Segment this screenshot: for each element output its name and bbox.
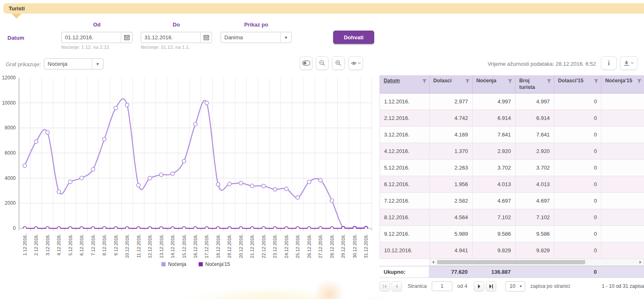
column-header-label: Dolasci'15 — [558, 78, 583, 84]
date-to-field[interactable] — [141, 32, 212, 43]
calendar-icon[interactable] — [121, 32, 132, 43]
svg-text:1.12.2016.: 1.12.2016. — [22, 234, 27, 256]
table-cell — [601, 226, 644, 242]
contrast-toggle-icon — [302, 60, 310, 66]
svg-text:14.12.2016.: 14.12.2016. — [170, 234, 175, 258]
legend-label-1: Noćenja'15 — [205, 261, 230, 267]
totals-label: Ukupno: — [380, 266, 429, 277]
export-button[interactable] — [620, 56, 637, 70]
table-cell: 7.102 — [473, 209, 516, 225]
svg-text:5.12.2016.: 5.12.2016. — [68, 234, 73, 256]
svg-text:28.12.2016.: 28.12.2016. — [329, 234, 334, 258]
svg-text:22.12.2016.: 22.12.2016. — [261, 234, 266, 258]
column-header-4[interactable]: Dolasci'15 — [554, 75, 601, 93]
line-chart[interactable]: 0200040006000800010000120001.12.2016.2.1… — [1, 75, 375, 275]
dropdown-arrow-icon[interactable]: ▼ — [92, 59, 103, 69]
graf-prikazuje-select[interactable]: Noćenja ▼ — [44, 58, 103, 69]
svg-text:12000: 12000 — [2, 75, 16, 81]
filter-icon[interactable] — [594, 79, 598, 84]
table-cell — [601, 93, 644, 110]
table-cell: 4.12.2016. — [380, 143, 430, 159]
table-cell: 4.013 — [473, 176, 516, 192]
table-cell: 7.12.2016. — [380, 193, 430, 209]
column-header-5[interactable]: Noćenja'15 — [601, 75, 644, 93]
svg-text:13.12.2016.: 13.12.2016. — [159, 234, 164, 258]
legend-swatch-1 — [199, 262, 203, 266]
first-page-icon — [382, 284, 387, 289]
svg-text:2.12.2016.: 2.12.2016. — [34, 234, 38, 256]
svg-text:11.12.2016.: 11.12.2016. — [136, 234, 141, 258]
zoom-out-button[interactable] — [316, 56, 329, 70]
table-cell: 0 — [554, 110, 601, 126]
table-cell: 2.920 — [473, 143, 516, 159]
column-header-label: Noćenja'15 — [605, 78, 632, 84]
filter-icon[interactable] — [508, 79, 512, 84]
table-row[interactable]: 3.12.2016.4.1697.6417.6410 — [380, 127, 644, 143]
series-visibility-button[interactable] — [348, 56, 363, 70]
od-label: Od — [61, 22, 132, 28]
table-cell — [601, 110, 644, 126]
filter-icon[interactable] — [637, 79, 642, 84]
table-cell: 4.564 — [430, 209, 473, 225]
table-row[interactable]: 8.12.2016.4.5647.1027.1020 — [380, 209, 644, 226]
table-row[interactable]: 6.12.2016.1.9564.0134.0130 — [380, 176, 644, 193]
table-row[interactable]: 5.12.2016.2.2633.7023.7020 — [380, 160, 644, 176]
toggle-pan-button[interactable] — [300, 56, 312, 70]
table-cell: 2.920 — [516, 143, 555, 159]
table-cell — [601, 127, 644, 143]
prev-page-button[interactable] — [392, 281, 402, 292]
info-button[interactable]: i — [601, 56, 617, 70]
date-from-field[interactable] — [61, 32, 132, 43]
table-cell: 5.989 — [430, 226, 473, 242]
first-page-button[interactable] — [380, 281, 390, 292]
svg-text:20.12.2016.: 20.12.2016. — [238, 234, 243, 258]
filter-icon[interactable] — [547, 79, 551, 84]
page-number-input[interactable] — [432, 281, 452, 291]
table-cell — [601, 193, 644, 209]
horizontal-scrollbar[interactable] — [429, 259, 644, 266]
panel-titlebar[interactable]: Turisti — [3, 3, 644, 14]
table-row[interactable]: 9.12.2016.5.9899.5869.5860 — [380, 226, 644, 242]
page-size-select[interactable]: 10 ▼ — [505, 281, 525, 292]
calendar-icon[interactable] — [200, 32, 211, 43]
column-header-0[interactable]: Datum — [380, 75, 430, 93]
table-cell: 6.914 — [473, 110, 516, 126]
dropdown-arrow-icon[interactable]: ▼ — [280, 32, 291, 43]
dohvati-button[interactable]: Dohvati — [333, 31, 374, 44]
table-cell: 0 — [554, 242, 601, 258]
scrollbar-thumb[interactable] — [437, 260, 585, 264]
table-cell — [601, 242, 644, 258]
zoom-in-button[interactable] — [332, 56, 345, 70]
chevron-down-icon — [358, 62, 361, 64]
column-header-3[interactable]: Broj turista — [515, 75, 554, 93]
svg-text:10.12.2016.: 10.12.2016. — [125, 234, 130, 258]
filter-icon[interactable] — [465, 79, 470, 84]
column-header-1[interactable]: Dolasci — [430, 75, 473, 93]
prev-page-icon — [394, 284, 399, 289]
last-page-button[interactable] — [486, 281, 496, 292]
dropdown-arrow-icon: ▼ — [519, 285, 522, 288]
totals-cell: 136.887 — [472, 266, 515, 277]
od-hint: Noćenje: 1.12. na 2.12. — [61, 45, 111, 50]
totals-cell — [601, 266, 644, 277]
prikaz-po-select[interactable]: Danima ▼ — [221, 32, 292, 43]
column-header-label: Datum — [384, 78, 400, 84]
next-page-icon — [477, 284, 481, 289]
column-header-2[interactable]: Noćenja — [473, 75, 516, 93]
scroll-left-icon[interactable] — [430, 259, 436, 266]
scroll-right-icon[interactable] — [637, 259, 644, 266]
svg-text:31.12.2016.: 31.12.2016. — [363, 234, 368, 258]
do-label: Do — [141, 22, 212, 28]
table-cell: 7.641 — [516, 127, 555, 143]
table-row[interactable]: 1.12.2016.2.9774.9974.9970 — [380, 93, 644, 110]
svg-text:10000: 10000 — [2, 100, 16, 106]
table-cell: 2.12.2016. — [380, 110, 430, 126]
table-cell: 1.12.2016. — [380, 93, 430, 110]
table-row[interactable]: 2.12.2016.4.7426.9146.9140 — [380, 110, 644, 127]
table-row[interactable]: 7.12.2016.2.5824.6974.6970 — [380, 193, 644, 209]
table-row[interactable]: 4.12.2016.1.3702.9202.9200 — [380, 143, 644, 160]
filter-icon[interactable] — [422, 79, 427, 84]
table-row[interactable]: 10.12.2016.4.9419.8299.8290 — [380, 242, 644, 259]
next-page-button[interactable] — [474, 281, 484, 292]
chevron-down-icon — [631, 62, 634, 64]
